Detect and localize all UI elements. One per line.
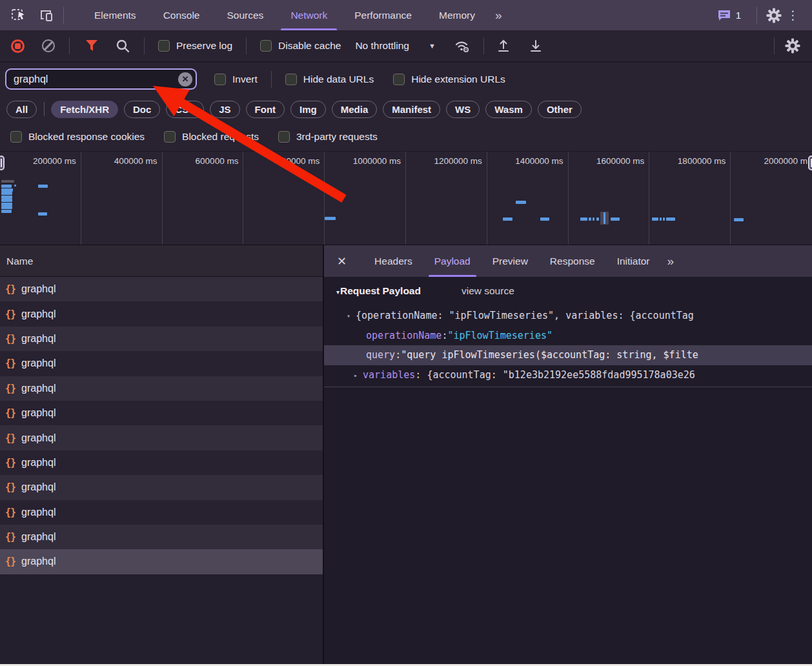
request-row[interactable]: {}graphql — [0, 500, 323, 525]
payload-summary-line[interactable]: ▾ {operationName: "ipFlowTimeseries", va… — [324, 306, 812, 326]
detail-tab-response[interactable]: Response — [539, 245, 606, 277]
variables-expander-icon[interactable]: ▸ — [354, 372, 358, 379]
filter-funnel-icon[interactable] — [84, 39, 99, 53]
timeline-tick: 1600000 ms — [569, 152, 650, 245]
chip-font[interactable]: Font — [246, 101, 285, 118]
json-icon: {} — [5, 333, 15, 345]
network-settings-gear-icon[interactable] — [785, 38, 800, 54]
blocked-requests-box[interactable] — [164, 131, 176, 143]
more-panels-icon[interactable]: » — [489, 8, 507, 23]
devtools-top-bar: Elements Console Sources Network Perform… — [0, 0, 812, 30]
request-row-selected[interactable]: {}graphql — [0, 549, 323, 574]
hide-extension-urls-checkbox[interactable]: Hide extension URLs — [393, 74, 505, 85]
detail-tab-headers[interactable]: Headers — [363, 245, 423, 277]
timeline-tick: 1400000 ms — [487, 152, 569, 245]
operation-name-line[interactable]: operationName: "ipFlowTimeseries" — [324, 326, 812, 346]
name-column-header[interactable]: Name — [0, 245, 323, 277]
blocked-response-cookies-box[interactable] — [10, 131, 22, 143]
record-network-log-button[interactable] — [11, 39, 25, 53]
chip-img[interactable]: Img — [290, 101, 326, 118]
request-payload-expander-icon[interactable]: ▾ — [336, 288, 340, 296]
tab-sources[interactable]: Sources — [214, 0, 278, 30]
blocked-requests-checkbox[interactable]: Blocked requests — [164, 131, 259, 143]
chip-js[interactable]: JS — [210, 101, 239, 118]
network-conditions-icon[interactable] — [452, 38, 472, 54]
timeline-tick: 200000 ms — [0, 152, 81, 245]
settings-gear-icon[interactable] — [766, 8, 782, 23]
disable-cache-checkbox-box[interactable] — [260, 40, 272, 52]
chip-media[interactable]: Media — [332, 101, 378, 118]
request-row[interactable]: {}graphql — [0, 525, 323, 549]
timeline-right-handle[interactable] — [808, 156, 812, 170]
network-overview-timeline[interactable]: 200000 ms 400000 ms 600000 ms 800000 ms … — [0, 152, 812, 245]
tab-performance[interactable]: Performance — [341, 0, 425, 30]
third-party-requests-box[interactable] — [278, 131, 290, 143]
invert-checkbox-box[interactable] — [214, 74, 226, 85]
third-party-requests-checkbox[interactable]: 3rd-party requests — [278, 131, 378, 143]
hide-extension-urls-checkbox-box[interactable] — [393, 74, 405, 85]
chip-manifest[interactable]: Manifest — [383, 101, 440, 118]
request-row[interactable]: {}graphql — [0, 450, 323, 475]
request-name: graphql — [21, 481, 56, 493]
invert-checkbox[interactable]: Invert — [214, 74, 258, 85]
chip-wasm[interactable]: Wasm — [485, 101, 532, 118]
hide-data-urls-checkbox-box[interactable] — [285, 74, 297, 85]
more-detail-tabs-icon[interactable]: » — [660, 254, 678, 268]
tab-elements[interactable]: Elements — [81, 0, 150, 30]
variables-line[interactable]: ▸ variables: {accountTag: "b12e3b2192ee5… — [324, 365, 812, 385]
hide-data-urls-checkbox[interactable]: Hide data URLs — [285, 74, 374, 85]
chip-ws[interactable]: WS — [446, 101, 480, 118]
timeline-tick: 1800000 ms — [649, 152, 731, 245]
chip-other[interactable]: Other — [538, 101, 582, 118]
timeline-left-handle[interactable] — [0, 156, 5, 170]
request-row[interactable]: {}graphql — [0, 351, 323, 376]
detail-tab-initiator[interactable]: Initiator — [606, 245, 661, 277]
more-options-kebab-icon[interactable]: ⋮ — [782, 9, 804, 21]
payload-summary-text: {operationName: "ipFlowTimeseries", vari… — [356, 310, 694, 321]
json-icon: {} — [5, 531, 15, 543]
clear-network-log-icon[interactable] — [42, 39, 55, 52]
detail-tab-preview[interactable]: Preview — [482, 245, 539, 277]
throttling-caret-icon: ▼ — [429, 42, 436, 50]
query-line-selected[interactable]: query: "query ipFlowTimeseries($accountT… — [324, 345, 812, 365]
filter-input[interactable] — [5, 68, 197, 90]
clear-filter-icon[interactable]: ✕ — [178, 72, 192, 86]
preserve-log-checkbox[interactable]: Preserve log — [158, 40, 232, 52]
search-icon[interactable] — [115, 38, 130, 54]
request-row[interactable]: {}graphql — [0, 401, 323, 425]
request-row[interactable]: {}graphql — [0, 327, 323, 351]
request-row[interactable]: {}graphql — [0, 277, 323, 301]
disable-cache-checkbox[interactable]: Disable cache — [260, 40, 341, 52]
request-row[interactable]: {}graphql — [0, 425, 323, 450]
request-name: graphql — [21, 333, 56, 345]
chip-fetch-xhr[interactable]: Fetch/XHR — [51, 101, 118, 118]
query-key: query — [366, 349, 395, 361]
chip-doc[interactable]: Doc — [124, 101, 160, 118]
preserve-log-checkbox-box[interactable] — [158, 40, 170, 52]
export-har-icon[interactable] — [528, 38, 543, 54]
tab-network[interactable]: Network — [277, 0, 341, 30]
blocked-response-cookies-checkbox[interactable]: Blocked response cookies — [10, 131, 145, 143]
import-har-icon[interactable] — [496, 38, 511, 54]
throttling-value: No throttling — [355, 40, 409, 52]
json-icon: {} — [5, 407, 15, 419]
request-row[interactable]: {}graphql — [0, 301, 323, 326]
device-toolbar-icon[interactable] — [39, 8, 54, 23]
issues-counter[interactable]: 1 — [717, 9, 741, 22]
summary-expander-icon[interactable]: ▾ — [347, 312, 350, 319]
detail-tab-payload[interactable]: Payload — [423, 245, 482, 277]
json-icon: {} — [5, 457, 15, 469]
payload-divider — [324, 387, 812, 387]
request-row[interactable]: {}graphql — [0, 376, 323, 401]
panel-tabs: Elements Console Sources Network Perform… — [81, 0, 507, 30]
chip-css[interactable]: CSS — [166, 101, 204, 118]
throttling-select[interactable]: No throttling ▼ — [355, 40, 435, 52]
tab-memory[interactable]: Memory — [425, 0, 489, 30]
json-icon: {} — [5, 358, 15, 369]
request-row[interactable]: {}graphql — [0, 475, 323, 500]
close-detail-icon[interactable]: ✕ — [337, 254, 347, 268]
chip-all[interactable]: All — [6, 101, 37, 118]
tab-console[interactable]: Console — [150, 0, 214, 30]
view-source-link[interactable]: view source — [462, 285, 514, 297]
inspect-element-icon[interactable] — [10, 8, 26, 23]
